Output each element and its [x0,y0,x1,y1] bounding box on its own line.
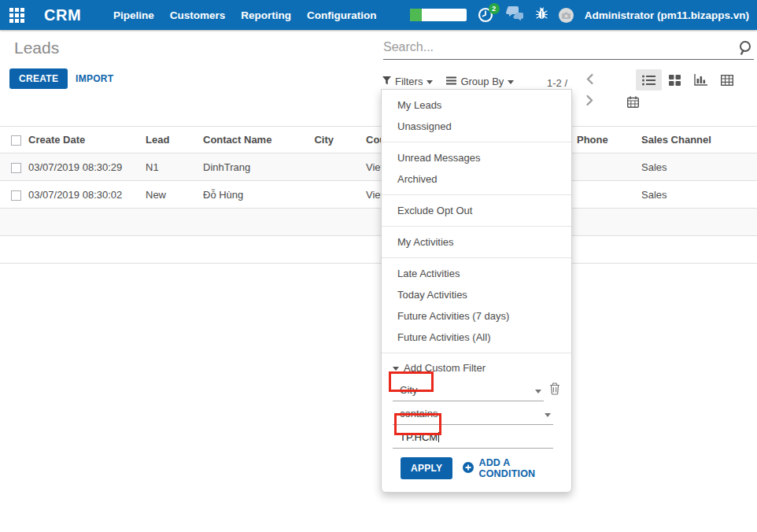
caret-down-icon [393,367,399,371]
view-switcher [636,69,740,91]
delete-condition-icon[interactable] [549,382,560,398]
messages-icon[interactable] [506,6,525,24]
bug-icon[interactable] [536,7,548,23]
add-custom-filter-label: Add Custom Filter [404,362,486,374]
filter-group: Unread Messages Archived [382,142,571,195]
custom-filter-value-input[interactable]: TP.HCM [393,428,553,449]
navbar-right: 2 [410,0,749,30]
filter-group: My Leads Unassigned [382,90,571,142]
menu-customers[interactable]: Customers [170,2,226,29]
table-header-row: Create Date Lead Contact Name City Count… [0,126,757,153]
crm-leads-screen: CRM Pipeline Customers Reporting Configu… [0,0,757,532]
filter-item-unassigned[interactable]: Unassigned [382,116,571,137]
group-by-bars-icon [446,76,456,87]
menu-reporting[interactable]: Reporting [241,2,291,29]
add-custom-filter-section: Add Custom Filter City contains [382,353,571,486]
filters-toggle[interactable]: Filters [382,76,433,87]
filter-group: Late Activities Today Activities Future … [382,258,571,353]
search-icon[interactable] [737,40,752,58]
cell-contact-name: Đỗ Hùng [203,189,311,201]
menu-pipeline[interactable]: Pipeline [113,2,154,29]
filter-item-archived[interactable]: Archived [382,168,571,190]
plus-circle-icon [463,462,474,475]
top-navbar: CRM Pipeline Customers Reporting Configu… [0,0,757,30]
filter-group: My Activities [382,227,571,258]
view-kanban-button[interactable] [662,69,688,91]
menu-configuration[interactable]: Configuration [307,2,376,29]
view-graph-button[interactable] [688,69,714,91]
column-header-phone[interactable]: Phone [577,134,641,146]
column-header-create-date[interactable]: Create Date [28,134,146,146]
create-button[interactable]: CREATE [9,68,68,89]
custom-filter-field-select[interactable]: City [393,381,544,401]
activity-count-badge: 2 [489,3,500,14]
table-row[interactable]: 03/07/2019 08:30:02 New Đỗ Hùng Vietnam … [0,181,757,209]
select-all-checkbox[interactable] [11,135,21,146]
activity-clock-icon[interactable]: 2 [478,6,495,24]
group-by-label: Group By [460,76,504,87]
empty-row [0,236,757,264]
filter-funnel-icon [382,76,391,87]
table-row[interactable]: 03/07/2019 08:30:29 N1 DinhTrang Vietnam… [0,153,757,181]
add-a-condition-button[interactable]: ADD A CONDITION [463,457,560,479]
view-list-button[interactable] [636,69,662,91]
main-menu: Pipeline Customers Reporting Configurati… [113,2,377,29]
leads-table: Create Date Lead Contact Name City Count… [0,126,757,264]
caret-down-icon [545,413,551,417]
caret-down-icon [535,390,541,393]
filter-item-future-activities-7[interactable]: Future Activities (7 days) [382,305,571,327]
filter-item-future-activities-all[interactable]: Future Activities (All) [382,327,571,348]
row-checkbox[interactable] [11,163,21,173]
app-brand[interactable]: CRM [44,6,81,24]
add-custom-filter-toggle[interactable]: Add Custom Filter [393,360,560,381]
column-header-sales-channel[interactable]: Sales Channel [641,134,757,146]
row-checkbox[interactable] [11,190,21,201]
empty-row [0,209,757,236]
column-header-city[interactable]: City [311,134,334,146]
search-controls: Filters Group By [382,76,514,87]
view-pivot-button[interactable] [714,69,740,91]
cell-lead: New [146,189,203,201]
avatar[interactable] [559,8,574,23]
caret-down-icon [508,80,514,84]
filter-item-my-activities[interactable]: My Activities [382,231,571,253]
custom-filter-actions: APPLY ADD A CONDITION [393,449,560,486]
cell-sales-channel: Sales [641,189,757,201]
field-select-value: City [400,384,417,396]
filter-item-my-leads[interactable]: My Leads [382,94,571,116]
search-input[interactable] [383,37,726,57]
operator-select-value: contains [400,408,438,419]
pager-next-button[interactable] [585,94,594,109]
filter-item-unread-messages[interactable]: Unread Messages [382,147,571,168]
value-input-text: TP.HCM [400,431,438,443]
group-by-toggle[interactable]: Group By [446,76,514,87]
filters-dropdown: My Leads Unassigned Unread Messages Arch… [381,89,572,493]
filter-item-exclude-opt-out[interactable]: Exclude Opt Out [382,200,571,221]
cell-create-date: 03/07/2019 08:30:29 [28,161,146,173]
search-box [383,37,754,60]
user-menu[interactable]: Administrator (pm11.bizapps.vn) [585,9,749,21]
pager-prev-button[interactable] [585,73,594,88]
add-a-condition-label: ADD A CONDITION [478,457,560,479]
page-title: Leads [14,39,59,57]
cell-sales-channel: Sales [641,161,757,173]
progress-bar [410,9,467,21]
cell-contact-name: DinhTrang [203,161,311,173]
apply-button[interactable]: APPLY [401,457,452,479]
view-calendar-button[interactable] [620,91,646,113]
cell-lead: N1 [146,161,203,173]
import-button[interactable]: IMPORT [76,73,113,84]
filter-group: Exclude Opt Out [382,195,571,227]
cell-create-date: 03/07/2019 08:30:02 [28,189,146,201]
apps-menu-icon[interactable] [9,8,24,23]
pager-range: 1-2 / [547,77,567,89]
column-header-lead[interactable]: Lead [146,134,203,146]
custom-filter-operator-select[interactable]: contains [393,405,553,425]
caret-down-icon [427,80,433,84]
filter-item-today-activities[interactable]: Today Activities [382,284,571,305]
filter-item-late-activities[interactable]: Late Activities [382,263,571,284]
column-header-contact-name[interactable]: Contact Name [203,134,311,146]
filters-label: Filters [395,76,423,87]
progress-fill [410,9,422,21]
text-cursor [438,432,439,442]
